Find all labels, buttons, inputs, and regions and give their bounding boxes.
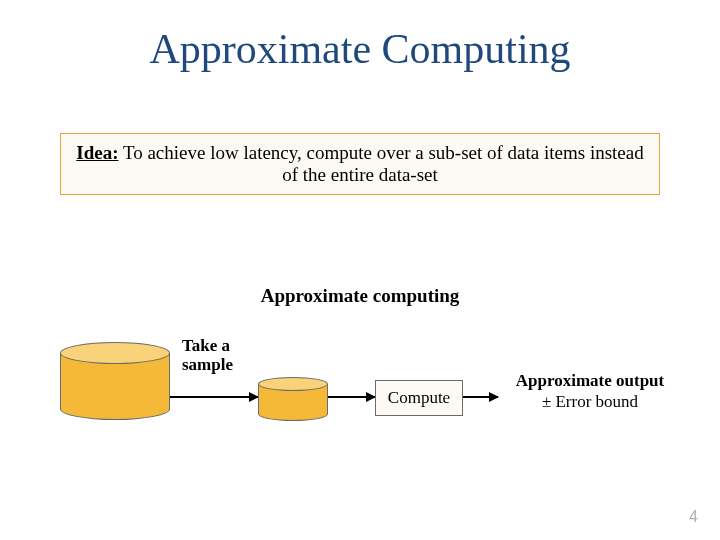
full-dataset-cylinder-icon: [60, 342, 170, 420]
arrow-to-compute-icon: [328, 396, 375, 398]
slide-title: Approximate Computing: [0, 0, 720, 73]
page-number: 4: [689, 508, 698, 526]
idea-text: To achieve low latency, compute over a s…: [119, 142, 644, 185]
idea-callout: Idea: To achieve low latency, compute ov…: [60, 133, 660, 195]
output-label: Approximate output ± Error bound: [500, 370, 680, 413]
arrow-sample-icon: [170, 396, 258, 398]
section-heading: Approximate computing: [0, 285, 720, 307]
take-sample-label: Take a sample: [182, 337, 252, 374]
output-line1: Approximate output: [500, 370, 680, 391]
compute-box: Compute: [375, 380, 463, 416]
output-line2: ± Error bound: [500, 391, 680, 412]
arrow-to-output-icon: [463, 396, 498, 398]
approximate-computing-diagram: Take a sample Compute Approximate output…: [0, 312, 720, 482]
idea-label: Idea:: [76, 142, 118, 163]
sample-cylinder-icon: [258, 377, 328, 421]
